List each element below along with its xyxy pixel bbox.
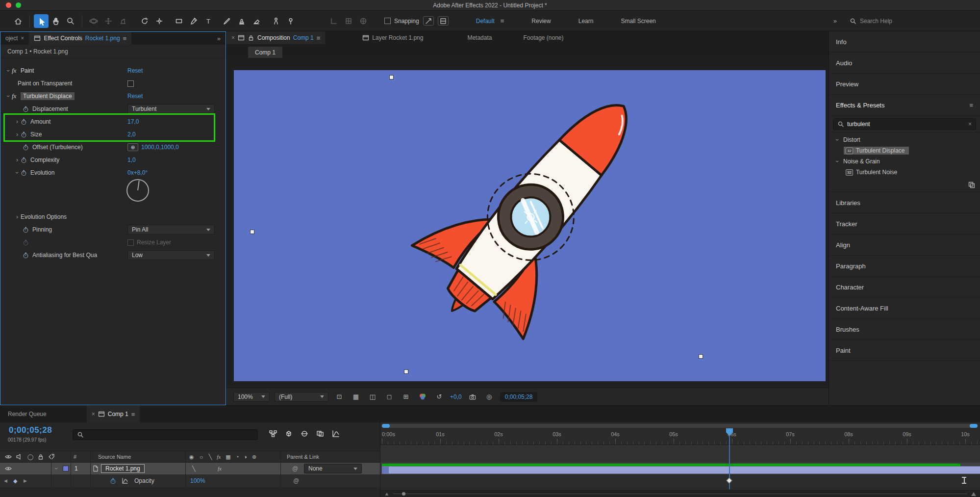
workspace-overflow-icon[interactable]: » bbox=[833, 17, 837, 25]
twirl-open-icon[interactable]: › bbox=[834, 158, 841, 165]
panel-header-brushes[interactable]: Brushes bbox=[829, 319, 980, 340]
close-icon[interactable]: × bbox=[92, 411, 95, 418]
opacity-value[interactable]: 100% bbox=[190, 474, 205, 487]
twirl-open-icon[interactable]: › bbox=[14, 169, 21, 176]
zoom-out-mountain-icon[interactable] bbox=[385, 493, 389, 496]
color-channels-icon[interactable] bbox=[417, 392, 428, 402]
exposure-value[interactable]: +0,0 bbox=[450, 393, 462, 400]
reset-button[interactable]: Reset bbox=[127, 67, 143, 74]
navigator-end-handle[interactable] bbox=[970, 424, 978, 428]
clone-stamp-tool[interactable] bbox=[234, 14, 249, 28]
twirl-open-icon[interactable]: › bbox=[5, 67, 12, 74]
source-name-column-header[interactable]: Source Name bbox=[98, 451, 131, 462]
workspace-review[interactable]: Review bbox=[531, 18, 551, 25]
stopwatch-icon[interactable] bbox=[21, 157, 27, 163]
panel-header-character[interactable]: Character bbox=[829, 277, 980, 298]
parent-dropdown[interactable]: None bbox=[304, 463, 362, 474]
property-pickwhip-icon[interactable]: @ bbox=[293, 474, 299, 487]
effects-item-turbulent-noise[interactable]: 32 Turbulent Noise bbox=[829, 167, 980, 178]
layer-selection-handle[interactable] bbox=[699, 354, 703, 359]
prev-keyframe-icon[interactable]: ◀ bbox=[4, 474, 7, 487]
panel-header-effects-presets[interactable]: Effects & Presets ≡ bbox=[829, 95, 980, 116]
world-axis-mode-icon[interactable] bbox=[341, 14, 356, 28]
panel-header-tracker[interactable]: Tracker bbox=[829, 213, 980, 235]
mini-flowchart-icon[interactable] bbox=[269, 429, 277, 438]
draft-3d-icon[interactable] bbox=[284, 429, 293, 438]
video-column-icon[interactable] bbox=[5, 451, 12, 462]
opacity-label[interactable]: Opacity bbox=[134, 474, 154, 487]
stopwatch-icon[interactable] bbox=[23, 106, 29, 112]
stacked-panels-icon[interactable] bbox=[968, 182, 975, 188]
pan-camera-tool[interactable] bbox=[101, 14, 116, 28]
workspace-default[interactable]: Default bbox=[476, 18, 495, 25]
opacity-stopwatch-icon[interactable] bbox=[110, 474, 116, 487]
layer-selection-handle[interactable] bbox=[250, 230, 254, 234]
shy-icon[interactable] bbox=[300, 429, 309, 438]
navigator-start-handle[interactable] bbox=[382, 424, 390, 428]
panel-header-paragraph[interactable]: Paragraph bbox=[829, 256, 980, 277]
resize-layer-checkbox[interactable] bbox=[127, 239, 134, 246]
tab-layer[interactable]: Layer Rocket 1.png bbox=[357, 31, 428, 44]
workspace-menu-icon[interactable]: ≡ bbox=[501, 17, 504, 25]
stopwatch-icon[interactable] bbox=[23, 227, 29, 233]
tab-footage[interactable]: Footage (none) bbox=[518, 31, 568, 44]
pinning-dropdown[interactable]: Pin All bbox=[127, 225, 215, 235]
effects-item-turbulent-displace[interactable]: 32 Turbulent Displace bbox=[829, 145, 980, 156]
tab-timeline-comp1[interactable]: × Comp 1 ≡ bbox=[87, 406, 140, 422]
tab-render-queue[interactable]: Render Queue bbox=[0, 406, 54, 422]
effect-name-selected[interactable]: Turbulent Displace bbox=[21, 92, 75, 100]
offset-target-icon[interactable]: ⊕ bbox=[127, 143, 138, 151]
dolly-camera-tool[interactable] bbox=[116, 14, 130, 28]
layer-selection-handle[interactable] bbox=[389, 75, 394, 79]
offset-value[interactable]: 1000,0,1000,0 bbox=[141, 144, 179, 151]
rotation-tool[interactable] bbox=[137, 14, 152, 28]
twirl-icon[interactable]: › bbox=[14, 213, 21, 220]
toggle-mask-icon[interactable]: ◫ bbox=[367, 392, 378, 402]
layer-label-chip[interactable] bbox=[63, 463, 69, 474]
orbit-camera-tool[interactable] bbox=[86, 14, 101, 28]
keyframe-toggle-icon[interactable]: ◆ bbox=[13, 474, 17, 487]
clear-search-icon[interactable]: × bbox=[968, 121, 972, 128]
close-icon[interactable]: × bbox=[21, 35, 24, 42]
lock-column-icon[interactable] bbox=[37, 451, 44, 462]
panel-header-paint[interactable]: Paint bbox=[829, 340, 980, 361]
brush-tool[interactable] bbox=[220, 14, 234, 28]
magnification-dropdown[interactable]: 100% bbox=[233, 392, 270, 402]
layer-quality-switch[interactable]: ╲ bbox=[192, 463, 196, 474]
panel-header-libraries[interactable]: Libraries bbox=[829, 192, 980, 213]
graph-editor-icon[interactable] bbox=[331, 429, 340, 438]
complexity-value[interactable]: 1,0 bbox=[127, 157, 136, 163]
parent-link-column-header[interactable]: Parent & Link bbox=[287, 451, 319, 462]
effects-group-distort[interactable]: › Distort bbox=[829, 134, 980, 145]
close-window-icon[interactable] bbox=[6, 2, 11, 8]
zoom-in-mountain-icon[interactable] bbox=[971, 492, 976, 496]
zoom-slider-track[interactable] bbox=[393, 494, 967, 494]
panel-menu-icon[interactable]: ≡ bbox=[969, 102, 973, 109]
pen-tool[interactable] bbox=[186, 14, 201, 28]
panel-header-content-aware-fill[interactable]: Content-Aware Fill bbox=[829, 298, 980, 319]
tab-overflow-icon[interactable]: » bbox=[212, 32, 226, 45]
evolution-value[interactable]: 0x+8,0° bbox=[127, 169, 148, 176]
audio-column-icon[interactable] bbox=[16, 451, 23, 462]
region-of-interest-icon[interactable]: ◻ bbox=[383, 392, 395, 402]
zoom-window-icon[interactable] bbox=[16, 2, 21, 8]
panel-header-info[interactable]: Info bbox=[829, 31, 980, 52]
resolution-dropdown[interactable]: (Full) bbox=[275, 392, 328, 402]
label-column-icon[interactable] bbox=[48, 451, 55, 462]
panel-header-audio[interactable]: Audio bbox=[829, 52, 980, 74]
zoom-slider-handle[interactable] bbox=[402, 492, 405, 496]
layer-duration-bar[interactable] bbox=[382, 466, 980, 474]
twirl-icon[interactable]: › bbox=[14, 157, 21, 163]
composition-canvas[interactable] bbox=[234, 70, 826, 381]
snap-option-2-icon[interactable] bbox=[438, 16, 449, 26]
solo-column-icon[interactable]: ◯ bbox=[27, 451, 33, 462]
show-snapshot-icon[interactable]: ◎ bbox=[483, 392, 495, 402]
switches-column-icons[interactable]: ◉ ☼ ╲ fx ▦ ◔ ◑ ⊕ bbox=[189, 451, 256, 462]
twirl-open-icon[interactable]: › bbox=[834, 136, 841, 143]
index-column-header[interactable]: # bbox=[74, 451, 76, 462]
local-axis-mode-icon[interactable] bbox=[327, 14, 341, 28]
time-ruler[interactable]: 0:00s 01s 02s 03s 04s 05s 06s 07s 08s 09… bbox=[380, 428, 980, 445]
stopwatch-icon[interactable] bbox=[21, 170, 27, 176]
lock-icon[interactable] bbox=[248, 34, 254, 41]
roto-brush-tool[interactable] bbox=[269, 14, 283, 28]
